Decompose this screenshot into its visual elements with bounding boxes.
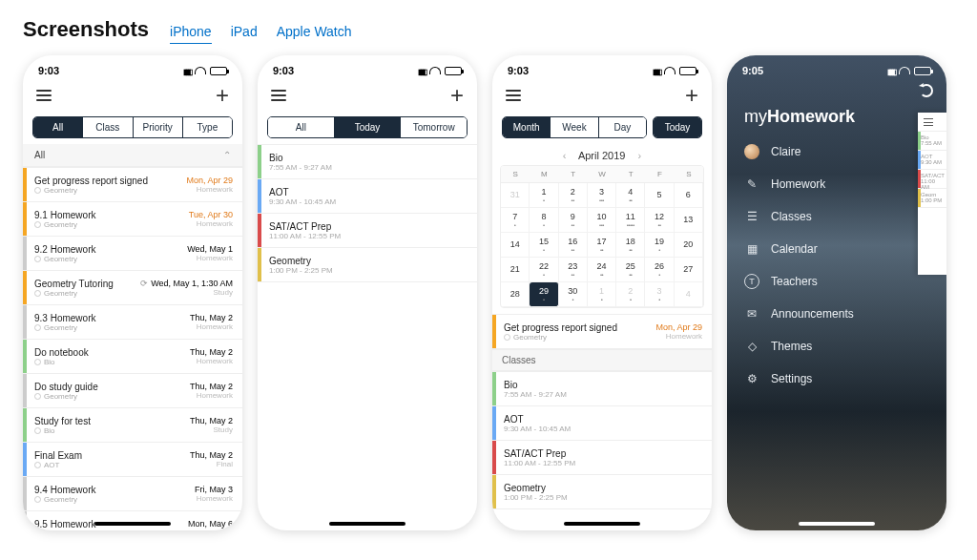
screenshot-homework-list[interactable]: 9:03 + AllClassPriorityType All ⌃ Get pr… [23, 55, 242, 530]
next-month-icon[interactable]: › [638, 150, 642, 161]
tab-apple-watch[interactable]: Apple Watch [277, 24, 352, 44]
list-item[interactable]: Geometry 1:00 PM - 2:25 PM [258, 248, 477, 282]
seg-day[interactable]: Day [598, 117, 646, 137]
drawer-item-homework[interactable]: ✎ Homework [744, 171, 929, 197]
list-item[interactable]: Do notebook Bio Thu, May 2 Homework [23, 340, 242, 374]
cal-day[interactable]: 4•• [616, 183, 645, 208]
filter-class[interactable]: Class [82, 117, 132, 137]
cal-day[interactable]: 10••• [588, 208, 616, 233]
cal-day[interactable]: 17•• [588, 233, 616, 258]
drawer-item-calendar[interactable]: ▦ Calendar [744, 236, 929, 262]
drawer-item-announcements[interactable]: ✉ Announcements [744, 301, 929, 327]
list-item[interactable]: SAT/ACT Prep 11:00 AM - 12:55 PM [258, 214, 477, 248]
cal-day[interactable]: 12•• [645, 208, 674, 233]
seg-week[interactable]: Week [550, 117, 597, 137]
cal-dow: W [588, 166, 616, 183]
cal-day[interactable]: 1• [530, 183, 558, 208]
cal-day[interactable]: 15• [530, 233, 558, 258]
cal-day[interactable]: 30• [559, 282, 588, 307]
screenshot-calendar[interactable]: 9:03 + MonthWeekDay Today ‹ April 2019 ›… [492, 55, 712, 530]
cal-day[interactable]: 27 [675, 258, 703, 282]
prev-month-icon[interactable]: ‹ [563, 150, 567, 161]
item-due-date: Thu, May 2 [190, 450, 233, 460]
cal-day[interactable]: 2•• [559, 183, 588, 208]
cal-day[interactable]: 11••••• [616, 208, 645, 233]
cal-day[interactable]: 3• [645, 282, 674, 307]
list-item[interactable]: Study for test Bio Thu, May 2 Study [23, 408, 242, 443]
cal-day[interactable]: 23•• [559, 258, 588, 282]
drawer-item-classes[interactable]: ☰ Classes [744, 203, 929, 230]
drawer-item-themes[interactable]: ◇ Themes [744, 333, 929, 360]
cal-day[interactable]: 5 [645, 183, 674, 208]
cal-day[interactable]: 21 [501, 258, 530, 282]
list-item[interactable]: Geometry Tutoring Geometry ⟳Wed, May 1, … [23, 271, 242, 305]
refresh-icon[interactable] [920, 84, 933, 97]
cal-day[interactable]: 29• [530, 282, 558, 307]
cal-day[interactable]: 6 [675, 183, 703, 208]
cal-day[interactable]: 4 [675, 282, 703, 307]
add-button[interactable]: + [685, 84, 698, 107]
list-item[interactable]: SAT/ACT Prep 11:00 AM - 12:55 PM [492, 441, 712, 475]
tab-iphone[interactable]: iPhone [170, 24, 212, 44]
list-item[interactable]: Final Exam AOT Thu, May 2 Final [23, 443, 242, 477]
cal-day[interactable]: 28 [501, 282, 530, 307]
cal-day[interactable]: 19• [645, 233, 674, 258]
filter-all[interactable]: All [33, 117, 82, 137]
menu-icon[interactable] [271, 90, 286, 101]
seg-today[interactable]: Today [334, 117, 401, 137]
calendar-grid: SMTWTFS311•2••3•••4••567•8•9••10•••11•••… [500, 165, 704, 308]
cal-day[interactable]: 8• [530, 208, 558, 233]
seg-tomorrow[interactable]: Tomorrow [400, 117, 467, 137]
seg-month[interactable]: Month [503, 117, 550, 137]
cal-day[interactable]: 26• [645, 258, 674, 282]
list-item[interactable]: 9.2 Homework Geometry Wed, May 1 Homewor… [23, 237, 242, 271]
cal-day[interactable]: 24•• [588, 258, 616, 282]
menu-icon[interactable] [506, 90, 521, 101]
menu-icon[interactable] [36, 90, 52, 101]
add-button[interactable]: + [450, 84, 464, 107]
cal-day[interactable]: 22• [530, 258, 558, 282]
filter-priority[interactable]: Priority [133, 117, 182, 137]
cal-day[interactable]: 13 [675, 208, 703, 233]
cal-day[interactable]: 14 [501, 233, 530, 258]
cal-day[interactable]: 2• [616, 282, 645, 307]
cal-day[interactable]: 18•• [616, 233, 645, 258]
cal-day[interactable]: 25•• [616, 258, 645, 282]
list-item[interactable]: AOT 9:30 AM - 10:45 AM [492, 406, 712, 441]
list-item[interactable]: Geometry 1:00 PM - 2:25 PM [492, 475, 712, 509]
item-subject: Geometry [34, 220, 172, 229]
seg-all[interactable]: All [268, 117, 334, 137]
drawer-item-settings[interactable]: ⚙ Settings [744, 365, 929, 392]
drawer-item-label: Homework [771, 177, 825, 191]
list-item[interactable]: 9.4 Homework Geometry Fri, May 3 Homewor… [23, 477, 242, 511]
cal-day[interactable]: 20 [675, 233, 703, 258]
group-header[interactable]: All ⌃ [23, 144, 242, 167]
cal-day[interactable]: 1• [588, 282, 616, 307]
cal-day[interactable]: 7• [501, 208, 530, 233]
cal-day[interactable]: 31 [501, 183, 530, 208]
drawer-item-teachers[interactable]: T Teachers [744, 268, 929, 295]
bg-item: Bio7:55 AM [918, 132, 946, 151]
cal-day[interactable]: 3••• [588, 183, 616, 208]
screenshot-today-schedule[interactable]: 9:03 + AllTodayTomorrow Bio 7:55 AM - 9:… [258, 55, 477, 530]
list-item[interactable]: 9.1 Homework Geometry Tue, Apr 30 Homewo… [23, 202, 242, 237]
list-item[interactable]: 9.3 Homework Geometry Thu, May 2 Homewor… [23, 305, 242, 340]
tab-ipad[interactable]: iPad [231, 24, 258, 44]
item-due-date: Mon, Apr 29 [655, 322, 702, 332]
battery-icon [679, 67, 696, 75]
add-button[interactable]: + [216, 84, 229, 107]
list-item[interactable]: AOT 9:30 AM - 10:45 AM [258, 179, 477, 214]
today-button[interactable]: Today [654, 117, 701, 137]
cal-day[interactable]: 16•• [559, 233, 588, 258]
filter-type[interactable]: Type [182, 117, 232, 137]
repeat-icon: ⟳ [140, 279, 148, 288]
list-item[interactable]: Bio 7:55 AM - 9:27 AM [258, 145, 477, 179]
screenshot-drawer[interactable]: 9:05 myHomework Claire ✎ Homework ☰ Clas… [727, 55, 946, 530]
list-item[interactable]: Get progress report signed Geometry Mon,… [23, 168, 242, 202]
list-item[interactable]: Bio 7:55 AM - 9:27 AM [492, 372, 712, 406]
list-item[interactable]: Do study guide Geometry Thu, May 2 Homew… [23, 374, 242, 408]
list-item[interactable]: 9.5 Homework Geometry Mon, May 6 Homewor… [23, 511, 242, 530]
cal-day[interactable]: 9•• [559, 208, 588, 233]
drawer-user[interactable]: Claire [744, 138, 929, 165]
list-item[interactable]: Get progress report signed Geometry Mon,… [492, 315, 712, 349]
